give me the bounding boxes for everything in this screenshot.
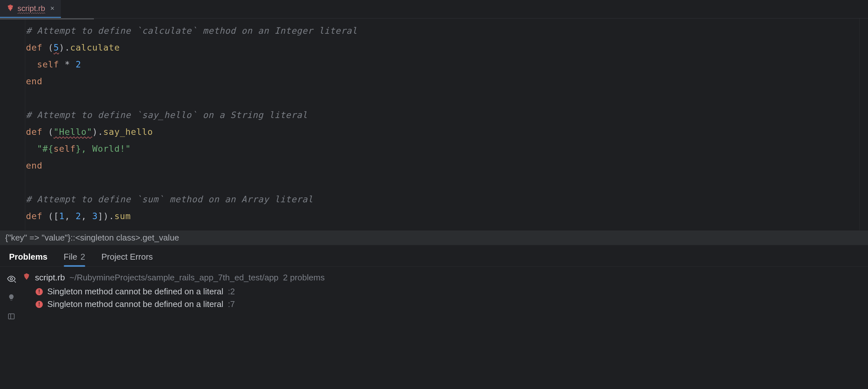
- breadcrumb-text: {"key" => "value"}::<singleton class>.ge…: [5, 233, 179, 243]
- tab-project-errors[interactable]: Project Errors: [100, 247, 154, 267]
- literal-int: 2: [76, 59, 81, 70]
- method-name: sum: [114, 211, 131, 221]
- code-text: *: [59, 59, 75, 70]
- problem-message: Singleton method cannot be defined on a …: [47, 299, 223, 309]
- kw-end: end: [26, 76, 42, 86]
- literal-string: "Hello": [54, 127, 92, 137]
- code-text: ]).: [98, 211, 114, 221]
- editor-marker-strip[interactable]: [860, 19, 868, 230]
- literal-int: 1: [59, 211, 64, 221]
- tab-label: Problems: [9, 252, 48, 261]
- error-icon: !: [36, 301, 43, 308]
- close-icon[interactable]: ×: [48, 4, 54, 12]
- method-name: calculate: [70, 43, 120, 53]
- code-text: ,: [64, 211, 75, 221]
- error-icon: !: [36, 288, 43, 295]
- code-text: (: [42, 127, 54, 137]
- kw-def: def: [26, 43, 42, 53]
- problems-panel: Problems File2 Project Errors: [0, 245, 868, 388]
- method-name: say_hello: [103, 127, 153, 137]
- panel-side-toolbar: [0, 271, 23, 388]
- problem-location: :7: [228, 299, 235, 309]
- code-editor[interactable]: # Attempt to define `calculate` method o…: [0, 18, 868, 230]
- kw-def: def: [26, 211, 42, 221]
- tab-script-rb[interactable]: script.rb ×: [0, 0, 61, 18]
- code-comment: # Attempt to define `calculate` method o…: [26, 26, 357, 36]
- code-text: (: [42, 43, 54, 53]
- code-text: ,: [81, 211, 92, 221]
- code-comment: # Attempt to define `say_hello` on a Str…: [26, 110, 308, 120]
- tab-scroll-indicator: [0, 18, 94, 20]
- tab-count: 2: [80, 252, 85, 261]
- code-area[interactable]: # Attempt to define `calculate` method o…: [25, 19, 860, 230]
- literal-int: 5: [54, 43, 59, 53]
- file-problem-count: 2 problems: [283, 273, 325, 283]
- indent: [26, 59, 37, 70]
- breadcrumb[interactable]: {"key" => "value"}::<singleton class>.ge…: [0, 230, 868, 245]
- literal-int: 2: [76, 211, 81, 221]
- ruby-icon: [23, 273, 30, 283]
- problem-location: :2: [228, 286, 235, 297]
- panel-tabbar: Problems File2 Project Errors: [0, 245, 868, 267]
- kw-self: self: [54, 144, 75, 154]
- layout-icon[interactable]: [6, 311, 16, 321]
- problems-list: script.rb ~/RubymineProjects/sample_rail…: [23, 271, 868, 388]
- kw-def: def: [26, 127, 42, 137]
- file-name: script.rb: [35, 273, 65, 283]
- code-text: ).: [92, 127, 103, 137]
- bulb-icon[interactable]: [6, 293, 16, 302]
- editor-tabbar: script.rb ×: [0, 0, 868, 18]
- code-text: ([: [42, 211, 59, 221]
- tab-file[interactable]: File2: [63, 247, 87, 267]
- ruby-icon: [6, 4, 14, 13]
- problem-item[interactable]: ! Singleton method cannot be defined on …: [23, 285, 868, 298]
- problem-message: Singleton method cannot be defined on a …: [47, 286, 223, 297]
- kw-self: self: [37, 59, 59, 70]
- panel-body: script.rb ~/RubymineProjects/sample_rail…: [0, 267, 868, 388]
- tab-label: Project Errors: [101, 252, 153, 261]
- string-part: }, World!": [76, 144, 131, 154]
- literal-int: 3: [92, 211, 98, 221]
- eye-icon[interactable]: [6, 274, 16, 284]
- string-part: "#{: [37, 144, 54, 154]
- tab-problems[interactable]: Problems: [8, 247, 49, 267]
- kw-end: end: [26, 161, 42, 170]
- code-comment: # Attempt to define `sum` method on an A…: [26, 194, 313, 204]
- editor-gutter: [0, 19, 25, 230]
- code-text: ).: [59, 43, 70, 53]
- problems-file-row[interactable]: script.rb ~/RubymineProjects/sample_rail…: [23, 271, 868, 285]
- problem-item[interactable]: ! Singleton method cannot be defined on …: [23, 298, 868, 310]
- svg-rect-1: [8, 314, 14, 319]
- tab-filename: script.rb: [18, 4, 45, 13]
- indent: [26, 144, 37, 154]
- svg-point-0: [10, 278, 12, 280]
- tab-label: File: [64, 252, 78, 261]
- file-path: ~/RubymineProjects/sample_rails_app_7th_…: [69, 273, 278, 283]
